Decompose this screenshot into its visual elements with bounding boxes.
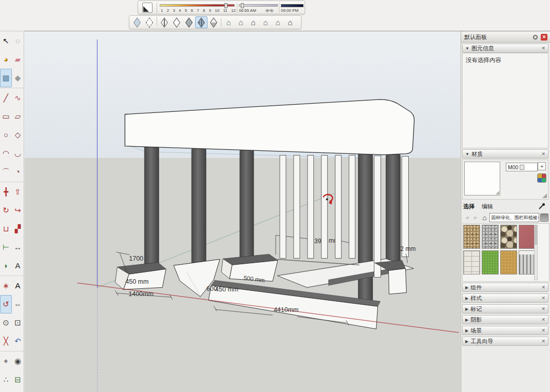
home-icon[interactable]: ⌂ bbox=[481, 213, 489, 222]
shaded-button[interactable] bbox=[183, 16, 195, 28]
tool-rotated-rectangle[interactable]: ▱ bbox=[12, 107, 24, 126]
section-close-icon[interactable]: ✕ bbox=[541, 296, 545, 301]
tab-select[interactable]: 选择 bbox=[463, 203, 475, 210]
shadow-date-slider[interactable] bbox=[160, 4, 235, 7]
material-swatch-rose[interactable] bbox=[519, 225, 536, 249]
tab-edit[interactable]: 编辑 bbox=[482, 203, 493, 210]
tray-section-工具向导[interactable]: ▶工具向导✕ bbox=[462, 337, 548, 346]
front-view-button[interactable]: ⌂ bbox=[247, 16, 259, 28]
pin-icon[interactable] bbox=[533, 35, 538, 40]
xray-button[interactable] bbox=[131, 16, 143, 28]
tool-position-camera[interactable]: ⌖ bbox=[0, 352, 12, 370]
sample-paint-dropper-icon[interactable] bbox=[538, 203, 545, 210]
tool-monochrome-cube[interactable]: ◆ bbox=[12, 69, 24, 87]
tool-push-pull[interactable]: ⇧ bbox=[12, 183, 24, 201]
column-2[interactable] bbox=[192, 148, 206, 277]
tool-freehand[interactable]: ∿ bbox=[12, 89, 24, 107]
iso-view-button[interactable]: ⌂ bbox=[222, 16, 235, 28]
model-viewport[interactable]: 39 mm bbox=[24, 31, 461, 392]
shadow-time-slider[interactable] bbox=[239, 4, 278, 7]
shaded-with-textures-button[interactable] bbox=[195, 16, 207, 28]
tool-orbit[interactable]: ↺ bbox=[0, 295, 12, 313]
shadow-evening-slider[interactable] bbox=[281, 4, 304, 7]
material-swatch-gravel-brown[interactable] bbox=[463, 225, 480, 249]
dim-label-390-part1[interactable]: 39 bbox=[314, 238, 321, 245]
top-view-button[interactable]: ⌂ bbox=[235, 16, 247, 28]
material-swatch-pavers[interactable] bbox=[463, 250, 480, 275]
section-close-icon[interactable]: ✕ bbox=[541, 328, 545, 333]
tray-section-标记[interactable]: ▶标记✕ bbox=[462, 304, 548, 313]
section-close-icon[interactable]: ✕ bbox=[541, 339, 545, 344]
tool-protractor[interactable]: ◗ bbox=[0, 257, 12, 275]
section-close-icon[interactable]: ✕ bbox=[541, 307, 545, 311]
section-close-icon[interactable]: ✕ bbox=[541, 152, 545, 156]
resize-grip-icon[interactable] bbox=[542, 193, 547, 198]
tool-two-point-arc[interactable]: ◡ bbox=[12, 144, 24, 163]
column-5[interactable] bbox=[386, 154, 401, 273]
tool-follow-me[interactable]: ↪ bbox=[12, 201, 24, 220]
create-material-button[interactable]: ＋ bbox=[538, 162, 546, 170]
tool-select[interactable]: ↖ bbox=[0, 32, 12, 50]
hidden-line-button[interactable] bbox=[170, 16, 183, 28]
tool-polygon[interactable]: ◇ bbox=[12, 126, 24, 144]
column-1[interactable] bbox=[144, 146, 159, 271]
materials-header[interactable]: ▼ 材质 ✕ bbox=[462, 149, 548, 159]
material-preview[interactable] bbox=[464, 162, 500, 195]
tool-pie[interactable]: ◔ bbox=[12, 163, 24, 181]
material-name-field[interactable]: M00 bbox=[506, 163, 538, 171]
tool-arc[interactable]: ◠ bbox=[0, 144, 12, 163]
material-swatch-cobblestone[interactable] bbox=[500, 225, 517, 249]
tray-title-bar[interactable]: 默认面板 ✕ bbox=[461, 32, 550, 43]
tool-eraser[interactable]: ▰ bbox=[12, 50, 24, 69]
footing-1[interactable] bbox=[115, 262, 166, 289]
tool-circle[interactable]: ○ bbox=[0, 126, 12, 144]
tray-section-阴影[interactable]: ▶阴影✕ bbox=[462, 315, 548, 324]
forward-arrow-icon[interactable]: ▹ bbox=[472, 213, 480, 222]
tool-previous[interactable]: ↶ bbox=[12, 332, 24, 350]
back-view-button[interactable]: ⌂ bbox=[284, 16, 296, 28]
material-category-dropdown[interactable]: 园林绿化、围栏和植被 ∨ bbox=[489, 213, 539, 222]
section-close-icon[interactable]: ✕ bbox=[541, 285, 545, 290]
material-swatch-tan[interactable] bbox=[500, 250, 517, 275]
tool-lasso-select[interactable]: ◌ bbox=[12, 32, 24, 50]
right-view-button[interactable]: ⌂ bbox=[259, 16, 272, 28]
tool-text[interactable]: A bbox=[12, 257, 24, 275]
back-arrow-icon[interactable]: ◃ bbox=[463, 213, 471, 222]
tool-zoom[interactable]: ⊙ bbox=[0, 313, 12, 332]
tool-three-point-arc[interactable]: ⌒ bbox=[0, 163, 12, 181]
column-4[interactable] bbox=[358, 153, 373, 303]
wireframe-button[interactable] bbox=[158, 16, 170, 28]
set-default-paint-button[interactable] bbox=[537, 173, 546, 183]
back-edges-button[interactable] bbox=[143, 16, 156, 28]
close-icon[interactable]: ✕ bbox=[541, 34, 547, 41]
material-swatch-gravel-gray[interactable] bbox=[482, 225, 499, 249]
material-swatch-fence[interactable] bbox=[519, 250, 536, 275]
tool-section-plane[interactable]: ⊟ bbox=[12, 370, 24, 389]
shadow-toggle-icon[interactable] bbox=[142, 3, 153, 13]
tool-zoom-window[interactable]: ⊡ bbox=[12, 313, 24, 332]
column-3[interactable] bbox=[240, 150, 254, 263]
tool-offset[interactable]: ⊔ bbox=[0, 220, 12, 238]
tray-section-组件[interactable]: ▶组件✕ bbox=[462, 283, 548, 292]
tool-move[interactable]: ╋ bbox=[0, 183, 12, 201]
swatch-scrollbar-thumb[interactable] bbox=[535, 225, 537, 245]
shadow-date-slider-handle[interactable] bbox=[224, 3, 227, 8]
tool-paint-bucket[interactable]: ◕ bbox=[0, 50, 12, 69]
paint-roller-icon[interactable] bbox=[540, 213, 548, 222]
shadow-time-slider-handle[interactable] bbox=[241, 3, 244, 8]
tool-rotate[interactable]: ↻ bbox=[0, 201, 12, 220]
left-view-button[interactable]: ⌂ bbox=[272, 16, 284, 28]
tool-textured-cube[interactable]: ▩ bbox=[0, 69, 12, 87]
tool-pan[interactable]: ⇔ bbox=[12, 295, 24, 313]
material-swatch-grass[interactable] bbox=[482, 250, 499, 275]
tool-3d-text[interactable]: A bbox=[12, 277, 24, 295]
tool-line[interactable]: ╱ bbox=[0, 89, 12, 107]
tray-section-场景[interactable]: ▶场景✕ bbox=[462, 326, 548, 335]
tool-walk[interactable]: ∴ bbox=[0, 370, 12, 389]
tool-axes[interactable]: ∗ bbox=[0, 277, 12, 295]
tool-look-around[interactable]: ◉ bbox=[12, 352, 24, 370]
tool-zoom-extents[interactable]: ╳ bbox=[0, 332, 12, 350]
tool-dimension[interactable]: ↔ bbox=[12, 238, 24, 257]
monochrome-button[interactable] bbox=[207, 16, 220, 28]
entity-info-header[interactable]: ▼ 图元信息 ✕ bbox=[462, 44, 548, 53]
